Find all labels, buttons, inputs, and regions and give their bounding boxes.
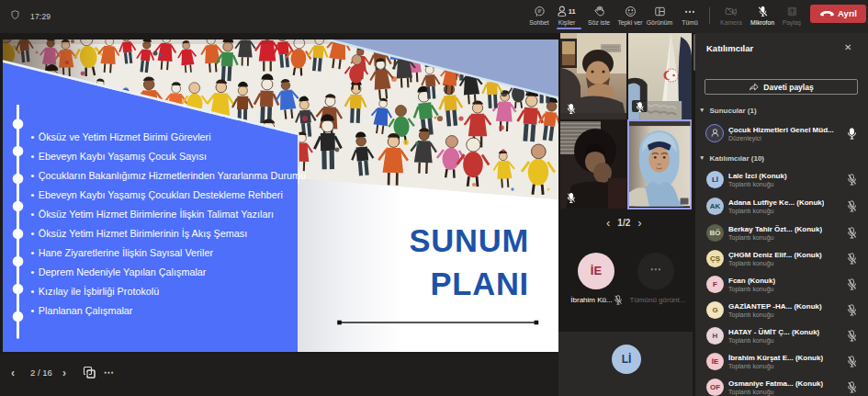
svg-text:SUNUM: SUNUM xyxy=(410,223,530,258)
svg-text:•Ebeveyn Kaybı Yaşamış Çocukla: •Ebeveyn Kaybı Yaşamış Çocukları Destekl… xyxy=(31,189,283,200)
svg-text:•Planlanan Çalışmalar: •Planlanan Çalışmalar xyxy=(31,305,133,316)
svg-text:•Deprem Nedeniyle Yapılan Çalı: •Deprem Nedeniyle Yapılan Çalışmalar xyxy=(31,266,207,277)
svg-text:11: 11 xyxy=(569,7,576,16)
svg-text:•Çocukların Bakanlığımız Hizme: •Çocukların Bakanlığımız Hizmetlerinden … xyxy=(31,170,307,181)
svg-text:•Öksüz ve Yetim Hizmet Birimi: •Öksüz ve Yetim Hizmet Birimi Görevleri xyxy=(31,131,211,142)
svg-text:•Öksüz Yetim Hizmet Birimlerin: •Öksüz Yetim Hizmet Birimlerinin İş Akış… xyxy=(31,228,248,239)
svg-text:•Öksüz Yetim Hizmet Birimlerin: •Öksüz Yetim Hizmet Birimlerine İlişkin … xyxy=(31,209,275,220)
svg-text:•Hane Ziyaretlerine İlişkin Sa: •Hane Ziyaretlerine İlişkin Sayısal Veri… xyxy=(31,247,214,258)
svg-text:PLANI: PLANI xyxy=(431,266,530,301)
svg-text:•Ebeveyn Kaybı Yaşamış Çocuk S: •Ebeveyn Kaybı Yaşamış Çocuk Sayısı xyxy=(31,151,208,162)
svg-text:•Kızılay ile İşbirliği Protoko: •Kızılay ile İşbirliği Protokolü xyxy=(31,286,160,297)
